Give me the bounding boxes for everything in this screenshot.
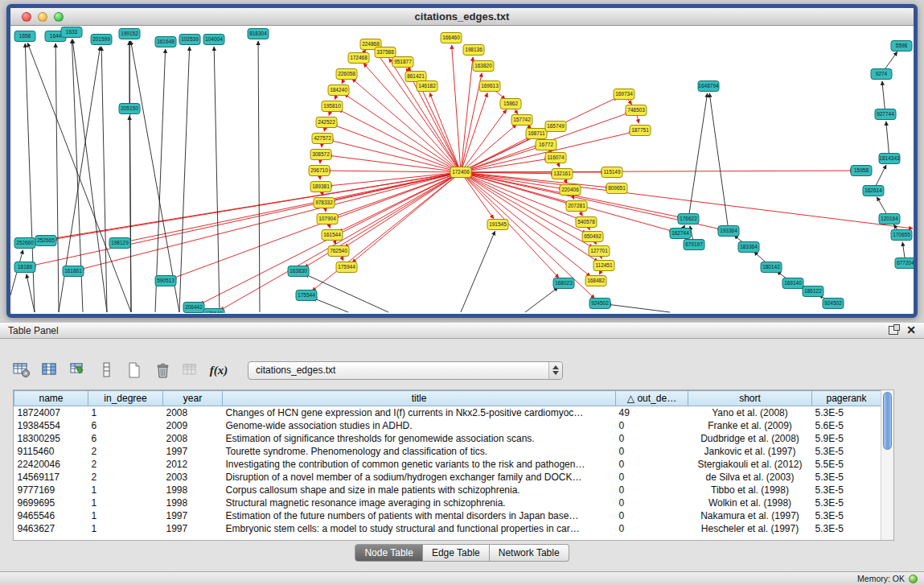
delete-trash-icon[interactable] [152, 360, 173, 381]
float-panel-icon[interactable] [889, 326, 898, 335]
table-settings-icon[interactable] [11, 360, 32, 381]
table-row[interactable]: 1456911722003Disruption of a novel membe… [14, 471, 881, 484]
column-header[interactable]: in_degree [88, 391, 163, 406]
graph-node[interactable]: 762540 [328, 246, 349, 257]
graph-node[interactable]: 180142 [761, 262, 782, 273]
table-row[interactable]: 1872400712008Changes of HCN gene express… [14, 406, 881, 419]
graph-node[interactable]: 168482 [585, 276, 606, 286]
graph-node[interactable]: 104004 [203, 35, 224, 45]
table-row[interactable]: 969969511998Structural magnetic resonanc… [14, 496, 881, 509]
graph-node[interactable]: 679197 [684, 240, 704, 250]
column-header[interactable]: title [223, 391, 616, 406]
graph-node[interactable]: 169613 [479, 81, 500, 92]
graph-node[interactable]: 206442 [183, 303, 204, 313]
graph-node[interactable]: 170655 [891, 230, 912, 241]
graph-node[interactable]: 191545 [487, 220, 508, 230]
disabled-table-icon[interactable] [180, 360, 201, 381]
function-builder-icon[interactable]: f(x) [208, 360, 229, 381]
graph-node[interactable]: 252665 [35, 236, 56, 246]
tab-edge-table[interactable]: Edge Table [423, 544, 490, 562]
graph-node[interactable]: 168711 [526, 129, 547, 139]
graph-node[interactable]: 176649 [203, 309, 224, 314]
tab-node-table[interactable]: Node Table [355, 544, 423, 562]
column-header[interactable]: name [14, 391, 88, 406]
graph-node[interactable]: 127701 [589, 246, 610, 257]
graph-node[interactable]: 201599 [91, 35, 112, 45]
graph-node[interactable]: 102539 [179, 35, 200, 45]
network-canvas[interactable]: 1724061696131586215774216871116772116074… [10, 26, 914, 313]
table-row[interactable]: 977716911998Corpus callosum shape and si… [14, 484, 881, 496]
graph-node[interactable]: 220406 [560, 185, 581, 196]
graph-node[interactable]: 163820 [473, 61, 494, 72]
graph-node[interactable]: 184240 [328, 85, 349, 96]
graph-node[interactable]: 226058 [336, 69, 357, 80]
graph-node[interactable]: 163830 [288, 266, 309, 277]
graph-node[interactable]: 162744 [670, 229, 691, 239]
graph-node[interactable]: 748503 [626, 105, 647, 116]
graph-node[interactable]: 166460 [441, 33, 462, 43]
graph-node[interactable]: 195810 [322, 101, 343, 112]
graph-node[interactable]: 193364 [718, 226, 739, 237]
graph-node[interactable]: 252660 [14, 238, 35, 249]
graph-node[interactable]: 337588 [375, 47, 396, 58]
column-header[interactable]: △ out_de… [616, 391, 688, 406]
graph-node[interactable]: 199152 [119, 29, 140, 39]
graph-node[interactable]: 168023 [553, 278, 574, 289]
graph-node[interactable]: 176622 [678, 214, 699, 225]
tab-network-table[interactable]: Network Table [490, 544, 569, 562]
graph-node[interactable]: 590513 [155, 276, 176, 286]
graph-node[interactable]: 818304 [248, 29, 269, 39]
graph-node[interactable]: 927744 [875, 109, 896, 120]
graph-node[interactable]: 169734 [614, 89, 634, 100]
graph-node[interactable]: 161544 [322, 230, 343, 241]
graph-node[interactable]: 112451 [593, 261, 614, 271]
graph-node[interactable]: 207281 [566, 201, 587, 212]
graph-node[interactable]: 198136 [463, 45, 484, 56]
graph-node[interactable]: 650492 [582, 232, 603, 242]
column-header[interactable]: short [688, 391, 812, 406]
graph-node[interactable]: 186122 [803, 286, 823, 297]
graph-node[interactable]: 107904 [317, 214, 338, 225]
graph-node[interactable]: 169140 [782, 278, 803, 289]
graph-node[interactable]: 242522 [316, 117, 337, 128]
close-panel-icon[interactable]: ✕ [906, 324, 916, 336]
graph-node[interactable]: 172468 [348, 53, 369, 64]
graph-node[interactable]: 165749 [545, 122, 566, 132]
graph-node[interactable]: 296710 [309, 166, 330, 176]
table-scrollbar[interactable] [881, 390, 893, 540]
graph-node[interactable]: 677204 [895, 258, 914, 269]
graph-node[interactable]: 809651 [606, 183, 627, 194]
graph-node[interactable]: 157742 [511, 115, 532, 126]
graph-node[interactable]: 161648 [155, 37, 176, 47]
graph-node[interactable]: 951877 [392, 57, 413, 68]
graph-node[interactable]: 861421 [405, 72, 426, 82]
graph-node[interactable]: 198129 [109, 238, 130, 249]
graph-node[interactable]: 161861 [63, 266, 84, 277]
graph-node[interactable]: 978332 [314, 198, 335, 208]
graph-node[interactable]: 189381 [310, 182, 331, 192]
import-table-icon[interactable] [68, 360, 88, 381]
table-row[interactable]: 2242004622012Investigating the contribut… [14, 458, 881, 471]
column-header[interactable]: year [163, 391, 223, 406]
graph-node[interactable]: 115149 [602, 167, 622, 178]
table-row[interactable]: 911546021997Tourette syndrome. Phenomeno… [14, 445, 881, 458]
graph-node[interactable]: 15862 [500, 99, 521, 109]
graph-node[interactable]: 9274 [871, 69, 892, 80]
graph-node[interactable]: 1658 [14, 31, 35, 42]
graph-node[interactable]: 146182 [417, 81, 437, 92]
graph-node[interactable]: 175944 [336, 262, 357, 273]
graph-node[interactable]: 15958 [851, 166, 872, 176]
column-tool-icon[interactable] [96, 360, 117, 381]
show-columns-icon[interactable] [39, 360, 60, 381]
graph-node[interactable]: 924502 [589, 299, 610, 309]
memory-status-icon[interactable] [909, 575, 918, 583]
graph-node[interactable]: 162614 [863, 186, 884, 196]
graph-node[interactable]: 308572 [310, 150, 331, 160]
graph-node[interactable]: 187751 [630, 126, 651, 136]
graph-node[interactable]: 172406 [450, 167, 471, 178]
scrollbar-thumb[interactable] [883, 392, 892, 450]
graph-node[interactable]: 116074 [545, 153, 566, 163]
table-row[interactable]: 946554611997Estimation of the future num… [14, 509, 881, 522]
column-header[interactable]: pagerank [812, 391, 881, 406]
graph-node[interactable]: 1648794 [698, 81, 719, 92]
